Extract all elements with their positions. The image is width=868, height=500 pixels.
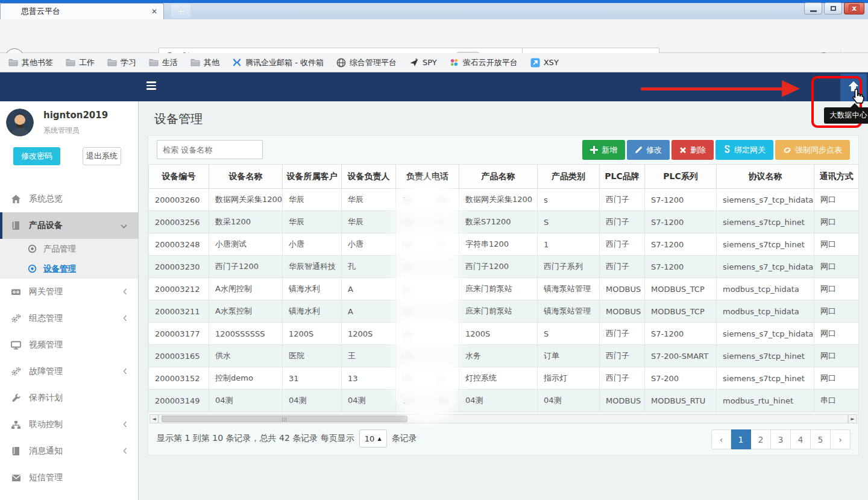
column-header[interactable]: PLC品牌 xyxy=(600,165,645,189)
cell-plc_brand: 西门子 xyxy=(600,367,645,390)
cell-owner: 华辰 xyxy=(342,189,396,211)
scrollbar-track[interactable] xyxy=(159,414,848,423)
restore-button[interactable] xyxy=(824,2,842,14)
cell-id: 200003260 xyxy=(149,189,209,211)
table-row[interactable]: 200003211A水泵控制镇海水利A13庶来门前泵站镇海泵站管理MODBUSM… xyxy=(149,300,859,323)
column-header[interactable]: 设备所属客户 xyxy=(283,165,342,189)
table-row[interactable]: 200003152控制demo3113153灯控系统指示灯西门子S7-200si… xyxy=(149,367,859,390)
table-row[interactable]: 200003230西门子1200华辰智通科技孔15西门子1200西门子系列西门子… xyxy=(149,256,859,278)
sidebar-subitem[interactable]: 产品管理 xyxy=(0,239,138,259)
sidebar-item[interactable]: 保养计划 xyxy=(0,385,138,411)
pagination-summary: 显示第 1 到第 10 条记录，总共 42 条记录 每页显示 10 ▲ 条记录 xyxy=(157,429,417,448)
horizontal-scrollbar[interactable]: ◄ ► xyxy=(149,414,857,423)
bookmark-item[interactable]: 综合管理平台 xyxy=(336,57,397,68)
pager-page-2[interactable]: 2 xyxy=(751,429,771,449)
browser-titlebar: 思普云平台 ✕ + x xyxy=(0,0,868,19)
bookmark-item[interactable]: 学习 xyxy=(107,57,136,68)
book-icon xyxy=(11,446,21,457)
toolbar-button-1[interactable]: 新增 xyxy=(582,140,625,160)
scrollbar-thumb[interactable] xyxy=(162,416,407,422)
scroll-left-icon[interactable]: ◄ xyxy=(149,414,159,423)
sidebar-item[interactable]: 组态管理 xyxy=(0,305,138,332)
sidebar-item[interactable]: 产品设备 xyxy=(0,212,138,239)
cell-id: 200003256 xyxy=(149,211,209,233)
toolbar-button-3[interactable]: 删除 xyxy=(671,140,714,160)
bookmark-item[interactable]: 其他 xyxy=(190,57,219,68)
cell-protocol: siemens_s7tcp_hinet xyxy=(717,233,814,256)
sidebar-item[interactable]: 视频管理 xyxy=(0,332,138,358)
table-row[interactable]: 20000314904测04测04测153804测04测MODBUSMODBUS… xyxy=(149,390,859,412)
avatar[interactable] xyxy=(6,109,34,136)
sidebar-item[interactable]: 系统总览 xyxy=(0,186,138,212)
pager-prev[interactable]: ‹ xyxy=(711,429,731,449)
toolbar-button-label: 强制同步点表 xyxy=(795,145,842,156)
column-header[interactable]: 设备负责人 xyxy=(342,165,396,189)
table-row[interactable]: 200003165供水医院王18水务订单西门子S7-200-SMARTsieme… xyxy=(149,345,859,367)
table-row[interactable]: 2000031771200SSSSSS1200S1200S151200SS西门子… xyxy=(149,323,859,345)
sidebar-item[interactable]: 联动控制 xyxy=(0,411,138,438)
cell-plc_brand: MODBUS xyxy=(600,278,645,300)
xsy-icon xyxy=(530,58,540,68)
column-header[interactable]: 协议名称 xyxy=(717,165,814,189)
sidebar-item[interactable]: 故障管理 xyxy=(0,358,138,385)
column-header[interactable]: 设备编号 xyxy=(149,165,209,189)
toolbar-button-4[interactable]: 绑定网关 xyxy=(715,140,773,160)
cell-plc_series: S7-1200 xyxy=(645,189,717,211)
link-icon xyxy=(723,145,731,154)
cell-id: 200003230 xyxy=(149,256,209,278)
device-search-input[interactable] xyxy=(157,140,263,159)
bookmark-label: SPY xyxy=(423,58,437,67)
cell-comm: 网口 xyxy=(814,367,859,390)
sitemap-icon xyxy=(11,420,21,430)
logout-button[interactable]: 退出系统 xyxy=(83,147,121,165)
user-role: 系统管理员 xyxy=(43,125,80,136)
table-row[interactable]: 200003256数采1200华辰华辰184数采S71200S西门子S7-120… xyxy=(149,211,859,233)
pager-page-1[interactable]: 1 xyxy=(731,429,751,449)
column-header[interactable]: 产品名称 xyxy=(459,165,538,189)
bookmark-item[interactable]: SPY xyxy=(409,58,437,68)
bookmark-item[interactable]: 生活 xyxy=(149,57,178,68)
folder-icon xyxy=(107,58,117,68)
bookmark-item[interactable]: 萤石云开放平台 xyxy=(450,57,518,68)
sidebar-item[interactable]: 短信管理 xyxy=(0,464,138,491)
bookmark-item[interactable]: 工作 xyxy=(66,57,95,68)
sidebar-subitem[interactable]: 设备管理 xyxy=(0,259,138,279)
pager-page-5[interactable]: 5 xyxy=(811,429,831,449)
table-row[interactable]: 200003260数据网关采集1200华辰华辰1804数据网关采集1200s西门… xyxy=(149,189,859,211)
sidebar-collapse-icon[interactable] xyxy=(146,81,157,91)
pager-next[interactable]: › xyxy=(831,429,851,449)
cell-id: 200003212 xyxy=(149,278,209,300)
toolbar-button-2[interactable]: 修改 xyxy=(627,140,670,160)
sidebar-item-label: 联动控制 xyxy=(29,419,63,430)
minimize-button[interactable] xyxy=(804,2,822,14)
cell-product: 数采S71200 xyxy=(459,211,538,233)
cell-name: 1200SSSSSS xyxy=(209,323,283,345)
scroll-right-icon[interactable]: ► xyxy=(848,414,857,423)
bullseye-icon xyxy=(27,244,37,254)
column-header[interactable]: 通讯方式 xyxy=(814,165,859,189)
table-row[interactable]: 200003212A水闸控制镇海水利A13庶来门前泵站镇海泵站管理MODBUSM… xyxy=(149,278,859,300)
folder-icon xyxy=(8,58,18,68)
pager-page-4[interactable]: 4 xyxy=(791,429,811,449)
bookmark-item[interactable]: 其他书签 xyxy=(8,57,53,68)
tab-close-icon[interactable]: ✕ xyxy=(151,7,157,16)
pager-page-3[interactable]: 3 xyxy=(771,429,791,449)
sidebar-item[interactable]: 消息通知 xyxy=(0,438,138,464)
browser-tab[interactable]: 思普云平台 ✕ xyxy=(0,3,164,19)
cell-product: 水务 xyxy=(459,345,538,367)
table-row[interactable]: 200003248小唐测试小唐小唐130字符串12001西门子S7-1200si… xyxy=(149,233,859,256)
envelope-icon xyxy=(11,473,21,483)
bookmark-item[interactable]: XSY xyxy=(530,58,559,68)
tencent-mail-icon xyxy=(232,58,242,68)
column-header[interactable]: 产品类别 xyxy=(538,165,600,189)
sidebar-item[interactable]: 网关管理 xyxy=(0,279,138,305)
toolbar-button-5[interactable]: 强制同步点表 xyxy=(775,140,850,160)
new-tab-button[interactable]: + xyxy=(171,4,190,19)
sidebar-item-label: 网关管理 xyxy=(29,286,63,297)
page-size-dropdown[interactable]: 10 ▲ xyxy=(359,429,387,448)
close-window-button[interactable]: x xyxy=(844,2,864,14)
bookmark-item[interactable]: 腾讯企业邮箱 - 收件箱 xyxy=(232,57,324,68)
column-header[interactable]: PLC系列 xyxy=(645,165,717,189)
column-header[interactable]: 设备名称 xyxy=(209,165,283,189)
change-password-button[interactable]: 修改密码 xyxy=(13,147,60,165)
